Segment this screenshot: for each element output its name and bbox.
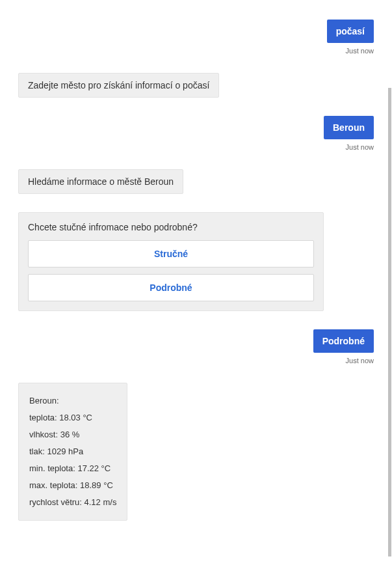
user-message-row: Beroun Just now <box>18 116 374 151</box>
option-podrobne-button[interactable]: Podrobné <box>28 274 314 301</box>
user-bubble-pocasi: počasí <box>327 20 374 43</box>
bot-message-row: Zadejte město pro získání informací o po… <box>18 73 374 98</box>
timestamp: Just now <box>346 143 374 151</box>
bot-bubble-prompt-city: Zadejte město pro získání informací o po… <box>18 73 219 98</box>
scrollbar-thumb[interactable] <box>388 88 391 556</box>
detail-pressure: tlak: 1029 hPa <box>29 443 116 460</box>
card-title: Chcete stučné infromace nebo podrobné? <box>28 222 314 232</box>
choice-card: Chcete stučné infromace nebo podrobné? S… <box>18 212 324 311</box>
detail-temperature: teplota: 18.03 °C <box>29 409 116 426</box>
chat-container: počasí Just now Zadejte město pro získán… <box>18 20 374 539</box>
option-strucne-button[interactable]: Stručné <box>28 240 314 268</box>
detail-humidity: vlhkost: 36 % <box>29 426 116 443</box>
detail-max-temp: max. teplota: 18.89 °C <box>29 477 116 494</box>
user-bubble-podrobne: Podrobné <box>313 329 374 353</box>
bot-details-row: Beroun: teplota: 18.03 °C vlhkost: 36 % … <box>18 383 374 521</box>
user-bubble-beroun: Beroun <box>324 116 374 139</box>
user-message-row: počasí Just now <box>18 20 374 55</box>
detail-city: Beroun: <box>29 392 116 409</box>
timestamp: Just now <box>346 357 374 364</box>
weather-details-box: Beroun: teplota: 18.03 °C vlhkost: 36 % … <box>18 383 127 521</box>
timestamp: Just now <box>346 47 374 55</box>
detail-min-temp: min. teplota: 17.22 °C <box>29 460 116 477</box>
user-message-row: Podrobné Just now <box>18 329 374 364</box>
bot-card-row: Chcete stučné infromace nebo podrobné? S… <box>18 212 374 311</box>
bot-message-row: Hledáme informace o městě Beroun <box>18 169 374 194</box>
bot-bubble-searching: Hledáme informace o městě Beroun <box>18 169 183 194</box>
scrollbar-track[interactable] <box>388 88 391 556</box>
detail-wind: rychlost větru: 4.12 m/s <box>29 494 116 511</box>
